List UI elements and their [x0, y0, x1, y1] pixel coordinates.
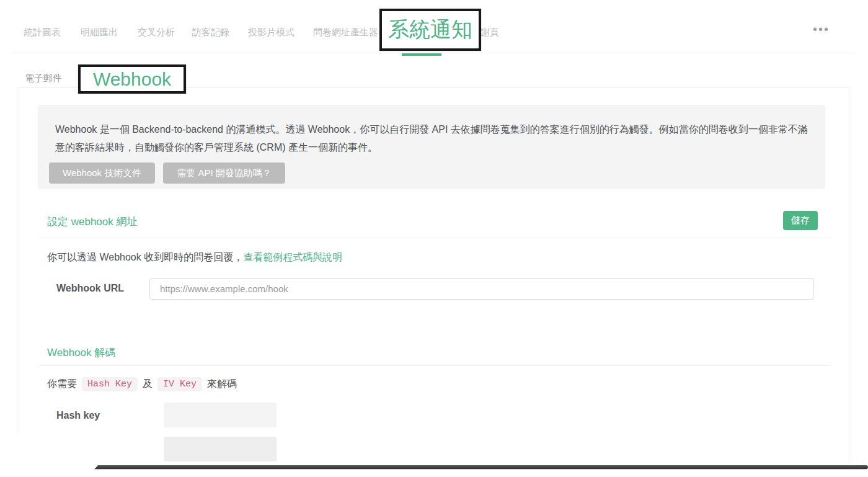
webhook-url-label: Webhook URL	[56, 283, 124, 294]
nav-item-stats-chart[interactable]: 統計圖表	[24, 27, 61, 38]
window-bottom-edge	[0, 465, 868, 469]
url-section-title: 設定 webhook 網址	[47, 215, 138, 229]
iv-key-value-box[interactable]	[164, 437, 277, 461]
hash-key-value-box[interactable]	[164, 403, 277, 427]
save-button[interactable]: 儲存	[783, 211, 818, 230]
need-prefix: 你需要	[47, 378, 77, 391]
annotation-label: Webhook	[93, 69, 171, 90]
api-help-button[interactable]: 需要 API 開發協助嗎？	[163, 163, 285, 184]
webhook-settings-panel: Webhook 是一個 Backend-to-backend 的溝通模式。透過 …	[19, 87, 849, 467]
decode-section-title: Webhook 解碼	[47, 345, 115, 360]
iv-key-code-badge: IV Key	[157, 377, 202, 391]
suffix: 來解碼	[207, 378, 237, 391]
url-section-description: 你可以透過 Webhook 收到即時的問卷回覆，查看範例程式碼與說明	[47, 251, 342, 264]
nav-item-url-generator[interactable]: 問卷網址產生器	[313, 27, 378, 38]
sample-code-link[interactable]: 查看範例程式碼與說明	[243, 252, 342, 262]
webhook-description: Webhook 是一個 Backend-to-backend 的溝通模式。透過 …	[55, 120, 808, 156]
info-button-row: Webhook 技術文件 需要 API 開發協助嗎？	[49, 163, 285, 184]
nav-item-detail-export[interactable]: 明細匯出	[81, 27, 118, 38]
divider	[38, 238, 831, 238]
tab-email[interactable]: 電子郵件	[25, 73, 62, 84]
nav-item-visitor-log[interactable]: 訪客記錄	[192, 27, 229, 38]
desc-text: 你可以透過 Webhook 收到即時的問卷回覆，	[47, 252, 243, 262]
nav-item-cross-analysis[interactable]: 交叉分析	[138, 27, 175, 38]
annotation-box-system-notification: 系統通知	[379, 9, 481, 51]
webhook-url-input[interactable]	[149, 278, 814, 300]
webhook-docs-button[interactable]: Webhook 技術文件	[49, 163, 155, 184]
more-menu-icon[interactable]: •••	[813, 22, 830, 37]
screenshot-stage: 統計圖表 明細匯出 交叉分析 訪客記錄 投影片模式 問卷網址產生器 系統通知 感…	[0, 0, 868, 477]
annotation-label: 系統通知	[388, 16, 472, 44]
annotation-box-webhook: Webhook	[78, 65, 186, 94]
hash-key-label: Hash key	[56, 410, 100, 421]
active-tab-underline	[402, 53, 441, 56]
decode-keys-line: 你需要 Hash Key 及 IV Key 來解碼	[47, 377, 237, 391]
webhook-info-box: Webhook 是一個 Backend-to-backend 的溝通模式。透過 …	[38, 105, 825, 189]
divider	[38, 365, 831, 366]
nav-item-slide-mode[interactable]: 投影片模式	[248, 27, 294, 38]
hash-key-code-badge: Hash Key	[82, 377, 138, 391]
conjunction: 及	[143, 378, 153, 391]
